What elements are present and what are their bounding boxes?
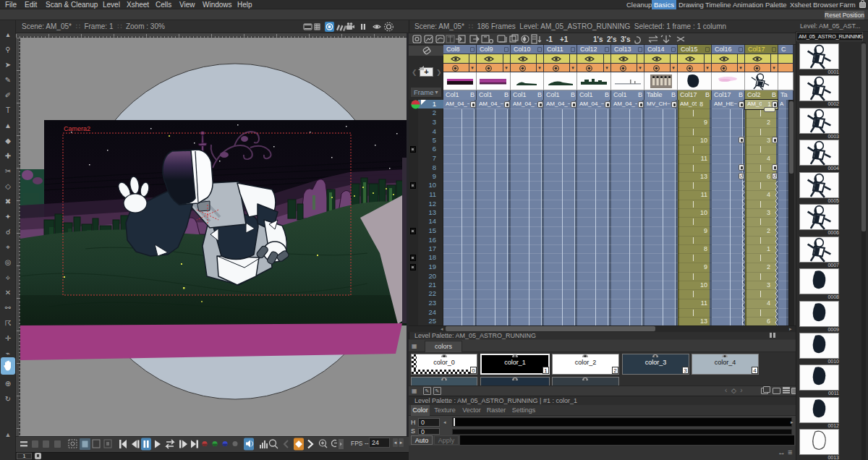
svg-text:+1: +1 <box>560 35 569 43</box>
svg-text:2's: 2's <box>607 35 617 43</box>
svg-text:1's: 1's <box>593 35 603 43</box>
svg-text:Camera2: Camera2 <box>64 125 90 132</box>
svg-text:3's: 3's <box>621 35 631 43</box>
svg-text:-1: -1 <box>546 35 553 43</box>
